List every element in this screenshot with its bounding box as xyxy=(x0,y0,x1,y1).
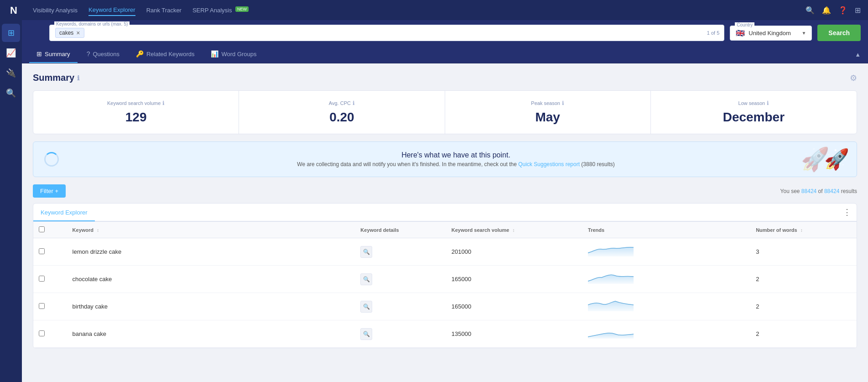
row-word-count: 2 xyxy=(750,293,857,320)
row-keyword: banana cake xyxy=(67,320,355,348)
col-volume[interactable]: Keyword search volume ↕ xyxy=(446,222,582,238)
table-tab-keyword-explorer[interactable]: Keyword Explorer xyxy=(33,204,95,221)
table-container: Keyword Explorer ⋮ Keyword ↕ xyxy=(33,203,857,348)
search-button[interactable]: Search xyxy=(817,25,861,41)
keyword-table: Keyword ↕ Keyword details Keyword search… xyxy=(33,222,857,348)
stat-avg-cpc-value: 0.20 xyxy=(250,110,433,125)
related-tab-icon: 🔑 xyxy=(136,50,144,58)
stat-peak-season-label: Peak season ℹ xyxy=(456,100,639,106)
keyword-tag[interactable]: cakes × xyxy=(55,28,84,38)
country-flag: 🇬🇧 xyxy=(736,29,745,37)
row-keyword-details-btn[interactable]: 🔍 xyxy=(355,266,446,293)
svg-text:N: N xyxy=(10,5,17,16)
input-label: Keywords, domains or urls (max. 5) xyxy=(54,21,130,26)
filter-button[interactable]: Filter + xyxy=(33,184,66,198)
summary-tab-icon: ⊞ xyxy=(36,50,42,58)
tab-word-groups[interactable]: 📊 Word Groups xyxy=(203,46,264,63)
bell-icon[interactable]: 🔔 xyxy=(822,6,831,15)
country-name: United Kingdom xyxy=(748,30,798,37)
results-total-link[interactable]: 88424 xyxy=(824,188,839,194)
tab-summary[interactable]: ⊞ Summary xyxy=(29,46,78,63)
table-header-row: Keyword ↕ Keyword details Keyword search… xyxy=(33,222,857,238)
row-checkbox[interactable] xyxy=(39,276,45,282)
trend-sparkline xyxy=(588,271,634,286)
col-keyword[interactable]: Keyword ↕ xyxy=(67,222,355,238)
row-checkbox[interactable] xyxy=(39,303,45,309)
row-checkbox-cell[interactable] xyxy=(33,293,67,320)
quick-suggestions-link[interactable]: Quick Suggestions report xyxy=(518,161,580,167)
row-checkbox-cell[interactable] xyxy=(33,266,67,293)
results-shown-link[interactable]: 88424 xyxy=(801,188,816,194)
trend-sparkline xyxy=(588,298,634,313)
main-content: Keywords, domains or urls (max. 5) cakes… xyxy=(22,20,868,382)
stat-info-icon-2[interactable]: ℹ xyxy=(562,100,564,106)
remove-keyword-icon[interactable]: × xyxy=(76,29,80,37)
sidebar-item-analytics[interactable]: 📈 xyxy=(2,44,20,62)
table-row: birthday cake 🔍 165000 2 xyxy=(33,293,857,320)
results-count: You see 88424 of 88424 results xyxy=(780,188,857,194)
settings-icon[interactable]: ⚙ xyxy=(850,73,857,83)
help-icon[interactable]: ❓ xyxy=(838,6,847,15)
nav-visibility-analysis[interactable]: Visibility Analysis xyxy=(33,5,78,16)
summary-header: Summary ℹ ⚙ xyxy=(33,73,857,83)
stat-avg-cpc-label: Avg. CPC ℹ xyxy=(250,100,433,106)
loading-subtitle: We are collecting data and will notify y… xyxy=(66,161,846,167)
stat-keyword-volume-label: Keyword search volume ℹ xyxy=(44,100,228,106)
search-icon[interactable]: 🔍 xyxy=(806,6,815,15)
summary-info-icon[interactable]: ℹ xyxy=(77,74,79,82)
row-checkbox-cell[interactable] xyxy=(33,238,67,266)
row-volume: 165000 xyxy=(446,266,582,293)
stat-peak-season-value: May xyxy=(456,110,639,125)
keyword-details-icon[interactable]: 🔍 xyxy=(360,328,372,340)
keyword-counter: 1 of 5 xyxy=(707,30,720,36)
row-volume: 201000 xyxy=(446,238,582,266)
grid-icon[interactable]: ⊞ xyxy=(855,6,861,15)
sidebar-item-search[interactable]: 🔍 xyxy=(2,84,20,102)
stat-info-icon-3[interactable]: ℹ xyxy=(767,100,769,106)
row-checkbox[interactable] xyxy=(39,248,45,254)
tab-related-keywords[interactable]: 🔑 Related Keywords xyxy=(129,46,202,63)
sidebar-item-integrations[interactable]: 🔌 xyxy=(2,64,20,82)
keyword-details-icon[interactable]: 🔍 xyxy=(360,273,372,285)
col-select-all[interactable] xyxy=(33,222,67,238)
select-all-checkbox[interactable] xyxy=(39,226,45,232)
keyword-details-icon[interactable]: 🔍 xyxy=(360,301,372,313)
stat-peak-season: Peak season ℹ May xyxy=(445,91,651,134)
row-trends xyxy=(582,293,750,320)
keyword-input-container[interactable]: Keywords, domains or urls (max. 5) cakes… xyxy=(49,25,724,41)
filter-row: Filter + You see 88424 of 88424 results xyxy=(33,184,857,198)
word-groups-tab-icon: 📊 xyxy=(211,50,218,58)
stat-keyword-volume-value: 129 xyxy=(44,110,228,125)
row-checkbox[interactable] xyxy=(39,330,45,336)
loading-text: Here's what we have at this point. We ar… xyxy=(66,151,846,167)
trend-sparkline xyxy=(588,326,634,340)
row-word-count: 2 xyxy=(750,266,857,293)
tab-questions[interactable]: ? Questions xyxy=(79,46,127,63)
app-logo: N xyxy=(7,3,22,17)
sidebar: ⊞ 📈 🔌 🔍 xyxy=(0,20,22,382)
row-keyword-details-btn[interactable]: 🔍 xyxy=(355,293,446,320)
top-nav-right: 🔍 🔔 ❓ ⊞ xyxy=(806,6,861,15)
row-checkbox-cell[interactable] xyxy=(33,320,67,348)
stat-info-icon-0[interactable]: ℹ xyxy=(162,100,165,106)
table-more-icon[interactable]: ⋮ xyxy=(837,204,857,221)
stat-low-season-label: Low season ℹ xyxy=(662,100,846,106)
stats-grid: Keyword search volume ℹ 129 Avg. CPC ℹ 0… xyxy=(33,90,857,134)
country-selector[interactable]: Country 🇬🇧 United Kingdom ▼ xyxy=(730,26,812,41)
loading-title: Here's what we have at this point. xyxy=(66,151,846,159)
col-words[interactable]: Number of words ↕ xyxy=(750,222,857,238)
nav-keyword-explorer[interactable]: Keyword Explorer xyxy=(88,5,135,16)
table-row: chocolate cake 🔍 165000 2 xyxy=(33,266,857,293)
stat-info-icon-1[interactable]: ℹ xyxy=(353,100,355,106)
nav-rank-tracker[interactable]: Rank Tracker xyxy=(146,5,182,16)
nav-serp-analysis[interactable]: SERP Analysis NEW xyxy=(192,5,249,16)
keyword-sort-icon: ↕ xyxy=(97,228,99,233)
serp-new-badge: NEW xyxy=(235,6,249,12)
row-volume: 135000 xyxy=(446,320,582,348)
sidebar-item-home[interactable]: ⊞ xyxy=(2,24,20,42)
row-keyword-details-btn[interactable]: 🔍 xyxy=(355,320,446,348)
row-keyword-details-btn[interactable]: 🔍 xyxy=(355,238,446,266)
keyword-details-icon[interactable]: 🔍 xyxy=(360,246,372,258)
col-keyword-details[interactable]: Keyword details xyxy=(355,222,446,238)
sub-tabs-collapse[interactable]: ▲ xyxy=(855,51,861,58)
